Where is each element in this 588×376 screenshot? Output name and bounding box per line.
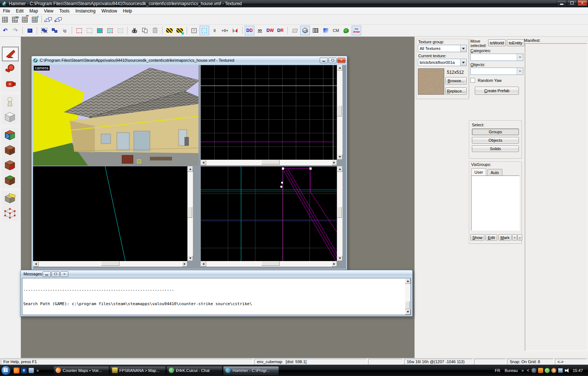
tool-clipping[interactable] [2, 191, 19, 206]
flip-faces-button[interactable] [230, 26, 240, 35]
scrollbar-vertical[interactable] [337, 166, 343, 261]
minimize-button[interactable] [557, 0, 567, 6]
desktop-toolbar-label[interactable]: Bureau [505, 368, 517, 373]
messages-console[interactable]: ----------------------------------------… [22, 278, 411, 315]
menu-help[interactable]: Help [120, 8, 135, 14]
current-texture-combo[interactable]: brick/brickfloor001a [418, 59, 467, 66]
show-hidden-button[interactable] [95, 26, 104, 35]
volume-tray-icon[interactable] [564, 368, 570, 373]
close-button[interactable]: × [577, 0, 587, 6]
select-groups-button[interactable]: Groups [472, 129, 519, 135]
smaller-grid-button[interactable] [20, 15, 29, 24]
copy-button[interactable] [140, 26, 150, 35]
texture-lock-button[interactable] [165, 26, 174, 35]
start-button[interactable] [1, 366, 11, 375]
larger-grid-button[interactable]: + [30, 15, 39, 24]
messages-titlebar[interactable]: Messages × [21, 270, 412, 278]
toggle-3d-grid-button[interactable]: 3D [10, 15, 19, 24]
menu-map[interactable]: Map [26, 8, 41, 14]
show-hidden-2-button[interactable] [105, 26, 115, 35]
taskbar-button-fpsbanana[interactable]: FPSBANANA > Map... [110, 366, 166, 375]
display-3d-button[interactable]: 3D [255, 26, 265, 35]
messages-minimize-button[interactable] [43, 271, 51, 277]
vmf-minimize-button[interactable] [320, 58, 328, 63]
scroll-thumb[interactable] [337, 207, 342, 218]
avast-tray-icon[interactable]: a [551, 368, 556, 373]
toggle-dd-button[interactable]: DD [245, 26, 254, 35]
scroll-thumb[interactable] [261, 160, 280, 164]
replace-button[interactable]: Replace... [445, 87, 467, 95]
selection-handle[interactable] [137, 159, 141, 163]
categories-combo[interactable] [470, 54, 523, 61]
to-world-button[interactable]: toWorld [488, 39, 506, 46]
steam-tray-icon[interactable] [531, 368, 537, 373]
carve-button[interactable] [25, 26, 35, 35]
entity-hide-button[interactable] [115, 26, 125, 35]
dropdown-button[interactable] [460, 59, 466, 66]
cubemap-button[interactable]: CM [331, 26, 341, 35]
visgroups-up-button[interactable]: ↑ [512, 234, 517, 241]
toggle-dr-button[interactable]: DR [276, 26, 285, 35]
menu-file[interactable]: File [0, 8, 13, 14]
random-yaw-checkbox[interactable] [470, 78, 475, 83]
hide-unselected-button[interactable] [85, 26, 94, 35]
vmf-close-button[interactable]: × [337, 58, 345, 63]
network-tray-icon[interactable] [558, 368, 563, 373]
objects-combo[interactable] [470, 68, 523, 75]
texture-group-combo[interactable]: All Textures [418, 45, 467, 52]
toggle-dw-button[interactable]: DW [265, 26, 275, 35]
scroll-thumb[interactable] [405, 301, 410, 309]
clock[interactable]: 15:47 [573, 368, 583, 373]
undo-button[interactable]: ↶ [0, 26, 10, 35]
hide-selected-button[interactable] [74, 26, 84, 35]
taskbar-button-hammer[interactable]: Hammer - C:\Progr... [223, 366, 279, 375]
texture-lock-tl-button[interactable]: tl [210, 26, 219, 35]
select-solids-button[interactable]: Solids [472, 145, 519, 152]
menu-window[interactable]: Window [98, 8, 120, 14]
scroll-thumb[interactable] [261, 261, 280, 266]
tool-vertex[interactable] [2, 206, 19, 221]
scrollbar-vertical[interactable] [187, 166, 193, 261]
quicklaunch-browser-icon[interactable] [14, 368, 19, 373]
tool-block[interactable] [2, 110, 19, 124]
scrollbar-horizontal[interactable] [201, 160, 337, 165]
save-window-state-button[interactable]: S [54, 15, 63, 24]
browse-button[interactable]: Browse... [445, 77, 467, 84]
viewport-3d-camera[interactable]: camera [33, 65, 198, 166]
dropdown-button[interactable] [460, 45, 466, 52]
quicklaunch-desktop-icon[interactable] [28, 368, 34, 373]
ungroup-button[interactable] [50, 26, 59, 35]
texture-scale-lock-button[interactable] [175, 26, 184, 35]
visgroups-down-button[interactable]: ↓ [517, 234, 522, 241]
visgroups-show-button[interactable]: Show [470, 234, 484, 241]
fade-preview-button[interactable] [321, 26, 330, 35]
tool-camera[interactable] [2, 77, 19, 91]
tool-apply-current-texture[interactable] [2, 143, 19, 158]
visgroups-edit-button[interactable]: Edit [485, 234, 497, 241]
language-indicator[interactable]: FR [495, 368, 501, 373]
load-window-state-button[interactable]: L [44, 15, 53, 24]
select-mode-button[interactable] [189, 26, 199, 35]
morph-button[interactable] [290, 26, 300, 35]
viewport-2d-front[interactable] [33, 166, 187, 261]
taskbar-button-counter-maps[interactable]: Counter Maps • Voir... [53, 366, 109, 375]
paste-button[interactable] [150, 26, 160, 35]
select-objects-button[interactable]: Objects [472, 137, 519, 144]
scroll-thumb[interactable] [101, 261, 119, 266]
create-prefab-button[interactable]: Create Prefab [475, 87, 519, 95]
ignore-groups-button[interactable]: ig [60, 26, 69, 35]
visgroups-tab-auto[interactable]: Auto [487, 169, 502, 176]
group-button[interactable] [39, 26, 49, 35]
viewport-2d-top[interactable] [201, 65, 337, 160]
scrollbar-vertical[interactable] [405, 278, 410, 315]
tool-magnify[interactable] [2, 62, 19, 76]
tool-texture-application[interactable] [2, 128, 19, 142]
menu-view[interactable]: View [41, 8, 56, 14]
visgroups-list[interactable] [471, 176, 520, 231]
tool-apply-decals[interactable] [2, 158, 19, 173]
tool-selection[interactable] [2, 47, 19, 61]
messages-close-button[interactable]: × [60, 271, 68, 277]
messages-restore-button[interactable] [51, 271, 60, 277]
texture-scale-tl-button[interactable]: +tl+ [220, 26, 230, 35]
cut-button[interactable] [130, 26, 139, 35]
